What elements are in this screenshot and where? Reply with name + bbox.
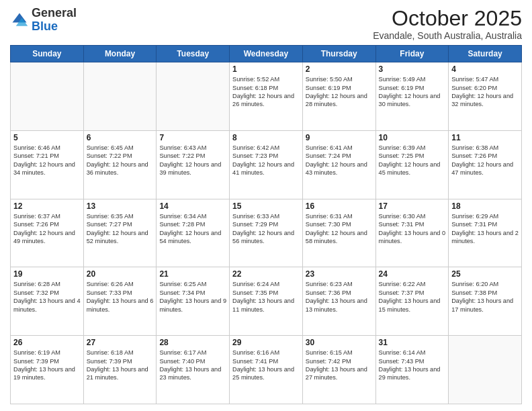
table-row: 2Sunrise: 5:50 AM Sunset: 6:19 PM Daylig… xyxy=(302,62,375,131)
table-row xyxy=(11,62,84,131)
table-row: 9Sunrise: 6:41 AM Sunset: 7:24 PM Daylig… xyxy=(302,130,375,199)
day-number: 5 xyxy=(13,133,81,142)
weekday-tuesday: Tuesday xyxy=(157,46,230,62)
calendar-week-row: 26Sunrise: 6:19 AM Sunset: 7:39 PM Dayli… xyxy=(11,336,522,404)
day-info: Sunrise: 5:52 AM Sunset: 6:18 PM Dayligh… xyxy=(232,75,300,109)
calendar-week-row: 19Sunrise: 6:28 AM Sunset: 7:32 PM Dayli… xyxy=(11,267,522,336)
calendar-week-row: 5Sunrise: 6:46 AM Sunset: 7:21 PM Daylig… xyxy=(11,130,522,199)
day-info: Sunrise: 6:30 AM Sunset: 7:31 PM Dayligh… xyxy=(379,212,446,246)
day-info: Sunrise: 6:24 AM Sunset: 7:35 PM Dayligh… xyxy=(232,280,300,314)
table-row: 1Sunrise: 5:52 AM Sunset: 6:18 PM Daylig… xyxy=(230,62,303,131)
day-info: Sunrise: 6:37 AM Sunset: 7:26 PM Dayligh… xyxy=(13,212,81,246)
day-info: Sunrise: 6:39 AM Sunset: 7:25 PM Dayligh… xyxy=(379,144,446,177)
day-number: 21 xyxy=(159,269,226,279)
day-info: Sunrise: 5:49 AM Sunset: 6:19 PM Dayligh… xyxy=(379,75,446,109)
table-row xyxy=(157,62,230,131)
day-info: Sunrise: 6:31 AM Sunset: 7:30 PM Dayligh… xyxy=(306,212,373,246)
table-row: 27Sunrise: 6:18 AM Sunset: 7:39 PM Dayli… xyxy=(83,336,157,404)
weekday-wednesday: Wednesday xyxy=(230,46,303,62)
day-number: 27 xyxy=(87,338,154,347)
day-info: Sunrise: 6:34 AM Sunset: 7:28 PM Dayligh… xyxy=(159,212,226,246)
table-row: 3Sunrise: 5:49 AM Sunset: 6:19 PM Daylig… xyxy=(375,62,449,131)
table-row: 10Sunrise: 6:39 AM Sunset: 7:25 PM Dayli… xyxy=(375,130,449,199)
day-info: Sunrise: 6:42 AM Sunset: 7:23 PM Dayligh… xyxy=(232,144,300,177)
month-title: October 2025 xyxy=(373,7,522,30)
weekday-header-row: Sunday Monday Tuesday Wednesday Thursday… xyxy=(11,46,522,62)
day-number: 18 xyxy=(451,201,519,211)
weekday-monday: Monday xyxy=(83,46,157,62)
day-number: 11 xyxy=(451,133,519,142)
day-info: Sunrise: 6:46 AM Sunset: 7:21 PM Dayligh… xyxy=(13,144,81,177)
table-row: 21Sunrise: 6:25 AM Sunset: 7:34 PM Dayli… xyxy=(157,267,230,336)
table-row: 22Sunrise: 6:24 AM Sunset: 7:35 PM Dayli… xyxy=(230,267,303,336)
day-number: 25 xyxy=(451,269,519,279)
table-row: 15Sunrise: 6:33 AM Sunset: 7:29 PM Dayli… xyxy=(230,199,303,267)
table-row: 23Sunrise: 6:23 AM Sunset: 7:36 PM Dayli… xyxy=(302,267,375,336)
table-row: 29Sunrise: 6:16 AM Sunset: 7:41 PM Dayli… xyxy=(230,336,303,404)
day-number: 23 xyxy=(306,269,373,279)
table-row: 4Sunrise: 5:47 AM Sunset: 6:20 PM Daylig… xyxy=(449,62,522,131)
day-number: 13 xyxy=(87,201,154,211)
day-info: Sunrise: 6:16 AM Sunset: 7:41 PM Dayligh… xyxy=(232,349,300,382)
table-row: 12Sunrise: 6:37 AM Sunset: 7:26 PM Dayli… xyxy=(11,199,84,267)
calendar-table: Sunday Monday Tuesday Wednesday Thursday… xyxy=(10,45,522,404)
table-row: 13Sunrise: 6:35 AM Sunset: 7:27 PM Dayli… xyxy=(83,199,157,267)
day-info: Sunrise: 6:19 AM Sunset: 7:39 PM Dayligh… xyxy=(13,349,81,382)
day-number: 16 xyxy=(306,201,373,211)
table-row: 14Sunrise: 6:34 AM Sunset: 7:28 PM Dayli… xyxy=(157,199,230,267)
day-info: Sunrise: 6:43 AM Sunset: 7:22 PM Dayligh… xyxy=(159,144,226,177)
table-row: 20Sunrise: 6:26 AM Sunset: 7:33 PM Dayli… xyxy=(83,267,157,336)
day-info: Sunrise: 6:17 AM Sunset: 7:40 PM Dayligh… xyxy=(159,349,226,382)
page: General Blue October 2025 Evandale, Sout… xyxy=(0,0,532,411)
day-number: 15 xyxy=(232,201,300,211)
day-number: 22 xyxy=(232,269,300,279)
table-row: 26Sunrise: 6:19 AM Sunset: 7:39 PM Dayli… xyxy=(11,336,84,404)
table-row: 24Sunrise: 6:22 AM Sunset: 7:37 PM Dayli… xyxy=(375,267,449,336)
day-number: 9 xyxy=(306,133,373,142)
day-info: Sunrise: 6:15 AM Sunset: 7:42 PM Dayligh… xyxy=(306,349,373,382)
weekday-saturday: Saturday xyxy=(449,46,522,62)
day-number: 17 xyxy=(379,201,446,211)
calendar-week-row: 12Sunrise: 6:37 AM Sunset: 7:26 PM Dayli… xyxy=(11,199,522,267)
table-row xyxy=(83,62,157,131)
day-number: 2 xyxy=(306,64,373,74)
table-row: 7Sunrise: 6:43 AM Sunset: 7:22 PM Daylig… xyxy=(157,130,230,199)
location-subtitle: Evandale, South Australia, Australia xyxy=(373,30,522,41)
day-info: Sunrise: 6:14 AM Sunset: 7:43 PM Dayligh… xyxy=(379,349,446,382)
day-number: 30 xyxy=(306,338,373,347)
day-info: Sunrise: 6:18 AM Sunset: 7:39 PM Dayligh… xyxy=(87,349,154,382)
day-number: 19 xyxy=(13,269,81,279)
table-row: 18Sunrise: 6:29 AM Sunset: 7:31 PM Dayli… xyxy=(449,199,522,267)
day-number: 10 xyxy=(379,133,446,142)
weekday-sunday: Sunday xyxy=(11,46,84,62)
day-number: 8 xyxy=(232,133,300,142)
day-number: 6 xyxy=(87,133,154,142)
day-info: Sunrise: 6:25 AM Sunset: 7:34 PM Dayligh… xyxy=(159,280,226,314)
table-row: 16Sunrise: 6:31 AM Sunset: 7:30 PM Dayli… xyxy=(302,199,375,267)
day-info: Sunrise: 6:29 AM Sunset: 7:31 PM Dayligh… xyxy=(451,212,519,246)
table-row: 5Sunrise: 6:46 AM Sunset: 7:21 PM Daylig… xyxy=(11,130,84,199)
table-row: 17Sunrise: 6:30 AM Sunset: 7:31 PM Dayli… xyxy=(375,199,449,267)
title-block: October 2025 Evandale, South Australia, … xyxy=(373,7,522,41)
logo: General Blue xyxy=(10,7,77,34)
day-info: Sunrise: 6:28 AM Sunset: 7:32 PM Dayligh… xyxy=(13,280,81,314)
day-number: 24 xyxy=(379,269,446,279)
table-row: 31Sunrise: 6:14 AM Sunset: 7:43 PM Dayli… xyxy=(375,336,449,404)
day-info: Sunrise: 5:50 AM Sunset: 6:19 PM Dayligh… xyxy=(306,75,373,109)
weekday-friday: Friday xyxy=(375,46,449,62)
table-row xyxy=(449,336,522,404)
day-info: Sunrise: 6:26 AM Sunset: 7:33 PM Dayligh… xyxy=(87,280,154,314)
day-number: 31 xyxy=(379,338,446,347)
table-row: 8Sunrise: 6:42 AM Sunset: 7:23 PM Daylig… xyxy=(230,130,303,199)
day-info: Sunrise: 6:33 AM Sunset: 7:29 PM Dayligh… xyxy=(232,212,300,246)
table-row: 25Sunrise: 6:20 AM Sunset: 7:38 PM Dayli… xyxy=(449,267,522,336)
day-number: 20 xyxy=(87,269,154,279)
calendar-week-row: 1Sunrise: 5:52 AM Sunset: 6:18 PM Daylig… xyxy=(11,62,522,131)
table-row: 28Sunrise: 6:17 AM Sunset: 7:40 PM Dayli… xyxy=(157,336,230,404)
day-info: Sunrise: 6:45 AM Sunset: 7:22 PM Dayligh… xyxy=(87,144,154,177)
day-number: 12 xyxy=(13,201,81,211)
day-info: Sunrise: 6:22 AM Sunset: 7:37 PM Dayligh… xyxy=(379,280,446,314)
day-number: 14 xyxy=(159,201,226,211)
logo-blue-text: Blue xyxy=(32,19,58,33)
day-info: Sunrise: 6:41 AM Sunset: 7:24 PM Dayligh… xyxy=(306,144,373,177)
